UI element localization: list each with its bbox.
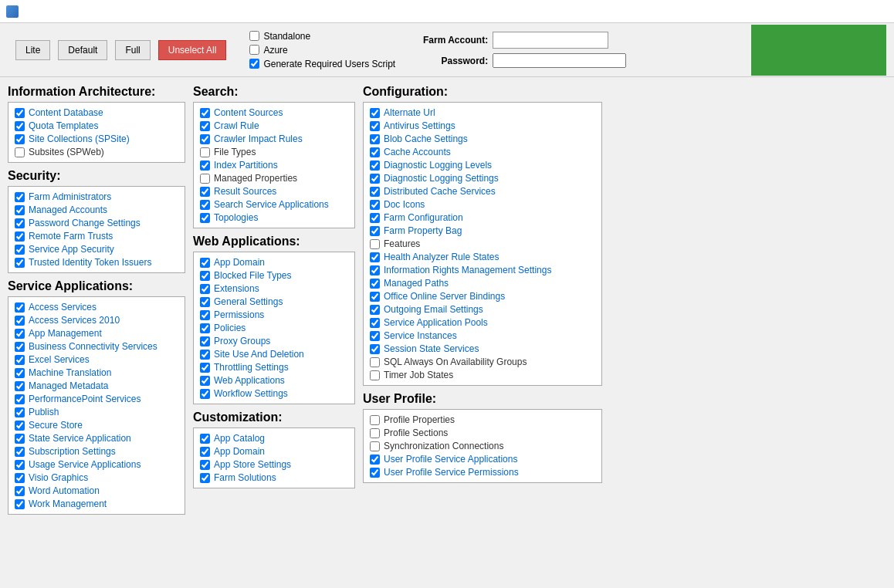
list-item[interactable]: Farm Property Bag — [370, 225, 595, 236]
item-checkbox[interactable] — [15, 302, 25, 313]
item-checkbox[interactable] — [370, 455, 380, 465]
list-item[interactable]: Excel Services — [15, 354, 178, 365]
list-item[interactable]: Work Management — [15, 498, 178, 509]
minimize-button[interactable] — [815, 4, 838, 19]
password-input[interactable] — [493, 53, 626, 68]
list-item[interactable]: Index Partitions — [200, 160, 348, 171]
list-item[interactable]: Subscription Settings — [15, 446, 178, 457]
item-checkbox[interactable] — [15, 258, 25, 268]
list-item[interactable]: Cache Accounts — [370, 147, 595, 157]
item-checkbox[interactable] — [15, 368, 25, 378]
list-item[interactable]: Timer Job States — [370, 370, 595, 380]
maximize-button[interactable] — [840, 4, 863, 19]
farm-account-input[interactable] — [493, 32, 608, 49]
item-checkbox[interactable] — [370, 318, 380, 328]
list-item[interactable]: Visio Graphics — [15, 472, 178, 483]
list-item[interactable]: Managed Paths — [370, 278, 595, 289]
item-checkbox[interactable] — [200, 297, 210, 307]
list-item[interactable]: Managed Properties — [200, 173, 348, 184]
item-checkbox[interactable] — [200, 363, 210, 373]
list-item[interactable]: App Domain — [200, 446, 348, 457]
item-checkbox[interactable] — [200, 460, 210, 470]
list-item[interactable]: Service Instances — [370, 330, 595, 341]
item-checkbox[interactable] — [370, 428, 380, 438]
list-item[interactable]: Topologies — [200, 212, 348, 223]
list-item[interactable]: Service App Security — [15, 244, 178, 255]
item-checkbox[interactable] — [370, 344, 380, 354]
list-item[interactable]: Antivirus Settings — [370, 120, 595, 131]
list-item[interactable]: Office Online Server Bindings — [370, 291, 595, 302]
list-item[interactable]: Policies — [200, 323, 348, 333]
list-item[interactable]: Publish — [15, 407, 178, 417]
list-item[interactable]: Proxy Groups — [200, 336, 348, 346]
item-checkbox[interactable] — [15, 394, 25, 404]
item-checkbox[interactable] — [370, 292, 380, 302]
item-checkbox[interactable] — [200, 434, 210, 444]
list-item[interactable]: Session State Services — [370, 343, 595, 354]
item-checkbox[interactable] — [370, 200, 380, 210]
item-checkbox[interactable] — [200, 389, 210, 399]
generate-users-checkbox[interactable] — [249, 59, 259, 69]
list-item[interactable]: Doc Icons — [370, 199, 595, 210]
item-checkbox[interactable] — [15, 231, 25, 242]
list-item[interactable]: Alternate Url — [370, 107, 595, 118]
item-checkbox[interactable] — [370, 161, 380, 171]
item-checkbox[interactable] — [200, 271, 210, 281]
item-checkbox[interactable] — [370, 252, 380, 262]
start-extraction-button[interactable] — [751, 25, 886, 76]
full-button[interactable]: Full — [115, 40, 150, 60]
list-item[interactable]: State Service Application — [15, 433, 178, 444]
list-item[interactable]: PerformancePoint Services — [15, 394, 178, 404]
list-item[interactable]: Web Applications — [200, 375, 348, 386]
item-checkbox[interactable] — [370, 147, 380, 157]
item-checkbox[interactable] — [200, 473, 210, 483]
item-checkbox[interactable] — [200, 187, 210, 197]
item-checkbox[interactable] — [200, 200, 210, 210]
list-item[interactable]: Password Change Settings — [15, 218, 178, 228]
item-checkbox[interactable] — [370, 239, 380, 249]
item-checkbox[interactable] — [200, 213, 210, 223]
item-checkbox[interactable] — [370, 108, 380, 118]
item-checkbox[interactable] — [370, 357, 380, 367]
item-checkbox[interactable] — [15, 421, 25, 431]
list-item[interactable]: Distributed Cache Services — [370, 186, 595, 197]
list-item[interactable]: Diagnostic Logging Settings — [370, 173, 595, 184]
list-item[interactable]: Result Sources — [200, 186, 348, 197]
list-item[interactable]: Farm Solutions — [200, 472, 348, 483]
item-checkbox[interactable] — [15, 434, 25, 444]
standalone-checkbox[interactable] — [249, 31, 259, 41]
item-checkbox[interactable] — [370, 370, 380, 380]
item-checkbox[interactable] — [370, 279, 380, 289]
list-item[interactable]: Access Services 2010 — [15, 315, 178, 326]
item-checkbox[interactable] — [370, 174, 380, 184]
item-checkbox[interactable] — [15, 205, 25, 215]
item-checkbox[interactable] — [15, 329, 25, 339]
list-item[interactable]: Workflow Settings — [200, 388, 348, 399]
item-checkbox[interactable] — [200, 174, 210, 184]
list-item[interactable]: SQL Always On Availability Groups — [370, 357, 595, 367]
list-item[interactable]: Trusted Identity Token Issuers — [15, 257, 178, 268]
list-item[interactable]: User Profile Service Permissions — [370, 467, 595, 478]
list-item[interactable]: Remote Farm Trusts — [15, 231, 178, 242]
item-checkbox[interactable] — [370, 331, 380, 341]
item-checkbox[interactable] — [370, 441, 380, 451]
list-item[interactable]: Profile Sections — [370, 427, 595, 438]
list-item[interactable]: Health Analyzer Rule States — [370, 252, 595, 262]
item-checkbox[interactable] — [370, 415, 380, 425]
list-item[interactable]: Throttling Settings — [200, 362, 348, 373]
list-item[interactable]: Content Sources — [200, 107, 348, 118]
list-item[interactable]: Access Services — [15, 302, 178, 313]
item-checkbox[interactable] — [200, 336, 210, 346]
item-checkbox[interactable] — [200, 284, 210, 294]
list-item[interactable]: Content Database — [15, 107, 178, 118]
item-checkbox[interactable] — [370, 213, 380, 223]
item-checkbox[interactable] — [200, 323, 210, 333]
list-item[interactable]: Information Rights Management Settings — [370, 265, 595, 275]
list-item[interactable]: App Catalog — [200, 433, 348, 444]
list-item[interactable]: Extensions — [200, 283, 348, 294]
lite-button[interactable]: Lite — [15, 40, 50, 60]
list-item[interactable]: Site Use And Deletion — [200, 349, 348, 360]
item-checkbox[interactable] — [370, 468, 380, 478]
item-checkbox[interactable] — [370, 121, 380, 131]
list-item[interactable]: Profile Properties — [370, 414, 595, 425]
